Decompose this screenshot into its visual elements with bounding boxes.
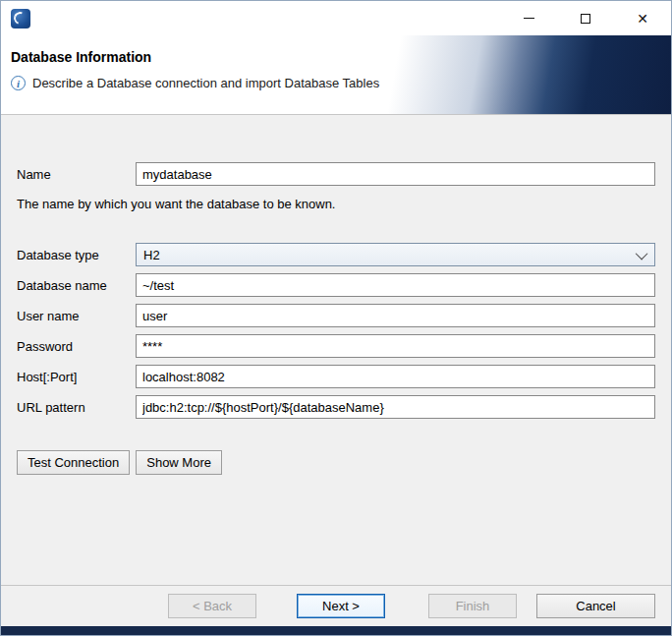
dialog-window: ✕ Database Information i Describe a Data… bbox=[0, 0, 672, 636]
form-row-password: Password bbox=[17, 334, 655, 358]
close-icon: ✕ bbox=[637, 12, 648, 26]
host-port-label: Host[:Port] bbox=[17, 370, 136, 384]
chevron-down-icon bbox=[636, 247, 648, 260]
form-action-row: Test Connection Show More bbox=[17, 450, 655, 475]
maximize-icon bbox=[581, 14, 590, 24]
name-label: Name bbox=[17, 167, 136, 182]
url-pattern-label: URL pattern bbox=[17, 400, 136, 415]
minimize-icon bbox=[524, 18, 534, 19]
database-type-combo[interactable]: H2 bbox=[136, 243, 655, 266]
database-type-selected-value: H2 bbox=[143, 248, 160, 262]
form-row-database-type: Database type H2 bbox=[17, 243, 655, 266]
wizard-banner: Database Information i Describe a Databa… bbox=[1, 35, 671, 115]
info-icon: i bbox=[11, 76, 26, 90]
minimize-button[interactable] bbox=[500, 1, 557, 35]
finish-button: Finish bbox=[428, 594, 517, 618]
password-label: Password bbox=[17, 339, 136, 354]
page-description-row: i Describe a Database connection and imp… bbox=[11, 76, 671, 90]
host-port-input[interactable] bbox=[136, 365, 655, 388]
close-button[interactable]: ✕ bbox=[614, 1, 671, 35]
maximize-button[interactable] bbox=[557, 1, 614, 35]
window-controls: ✕ bbox=[500, 1, 671, 35]
page-description: Describe a Database connection and impor… bbox=[32, 76, 379, 90]
url-pattern-input[interactable] bbox=[136, 395, 655, 419]
form-row-database-name: Database name bbox=[17, 273, 655, 297]
back-button: < Back bbox=[168, 594, 256, 618]
name-help-text: The name by which you want the database … bbox=[17, 197, 655, 211]
password-input[interactable] bbox=[136, 334, 655, 358]
app-icon[interactable] bbox=[11, 9, 30, 29]
page-title: Database Information bbox=[11, 49, 671, 65]
user-name-label: User name bbox=[17, 309, 136, 323]
form-row-host-port: Host[:Port] bbox=[17, 365, 655, 388]
banner-gradient-decoration bbox=[347, 35, 671, 114]
form-row-url-pattern: URL pattern bbox=[17, 395, 655, 419]
database-type-label: Database type bbox=[17, 248, 136, 262]
form-row-user-name: User name bbox=[17, 304, 655, 327]
database-name-label: Database name bbox=[17, 278, 136, 293]
database-name-input[interactable] bbox=[136, 273, 655, 297]
next-button[interactable]: Next > bbox=[297, 594, 385, 618]
name-input[interactable] bbox=[136, 162, 655, 186]
user-name-input[interactable] bbox=[136, 304, 655, 327]
titlebar: ✕ bbox=[1, 1, 671, 35]
window-bottom-edge bbox=[1, 626, 671, 635]
form-row-name: Name bbox=[17, 162, 655, 186]
form-area: Name The name by which you want the data… bbox=[1, 115, 671, 585]
show-more-button[interactable]: Show More bbox=[136, 450, 222, 475]
wizard-button-bar: < Back Next > Finish Cancel bbox=[1, 585, 671, 626]
test-connection-button[interactable]: Test Connection bbox=[17, 450, 130, 475]
cancel-button[interactable]: Cancel bbox=[536, 594, 655, 618]
